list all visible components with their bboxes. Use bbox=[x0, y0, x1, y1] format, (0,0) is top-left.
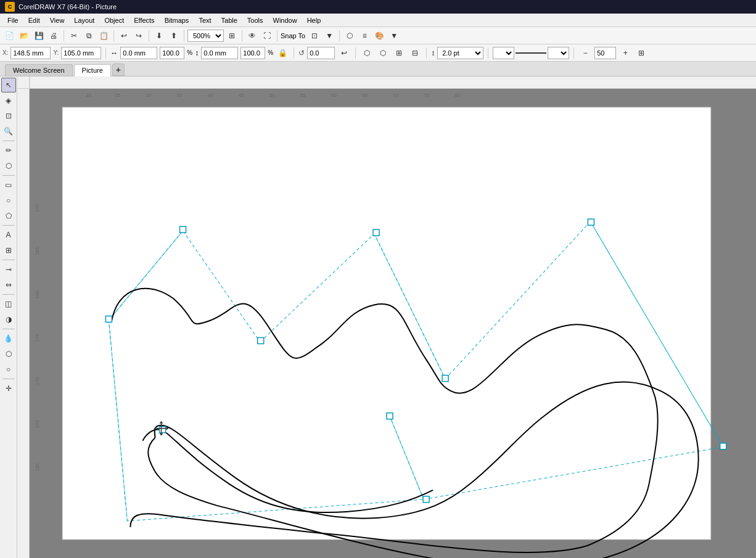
outline-tool-button[interactable]: ○ bbox=[1, 362, 16, 377]
rect-tool-button[interactable]: ▭ bbox=[1, 178, 16, 192]
print-button[interactable]: 🖨 bbox=[47, 29, 60, 43]
new-button[interactable]: 📄 bbox=[2, 29, 16, 43]
fill-tool-button[interactable]: ⬡ bbox=[1, 347, 16, 361]
menu-view[interactable]: View bbox=[45, 15, 70, 25]
shape-tool-button[interactable]: ◈ bbox=[1, 93, 16, 108]
zoom-select[interactable]: 500% 200% 100% 75% 50% bbox=[187, 30, 224, 42]
line-width-select[interactable]: 2.0 pt 0.5 pt 1.0 pt 3.0 pt bbox=[437, 47, 483, 59]
polygon-tool-button[interactable]: ⬠ bbox=[1, 208, 16, 223]
control-point bbox=[387, 413, 393, 419]
x-input[interactable] bbox=[10, 47, 51, 59]
ruler-vertical bbox=[17, 76, 30, 558]
angle-input[interactable] bbox=[307, 47, 335, 59]
transparency-button[interactable]: ◑ bbox=[1, 312, 16, 327]
node-options[interactable]: ⊞ bbox=[635, 46, 648, 60]
menu-table[interactable]: Table bbox=[216, 15, 242, 25]
menu-help[interactable]: Help bbox=[302, 15, 326, 25]
align-button[interactable]: ≡ bbox=[358, 29, 371, 43]
eyedropper-button[interactable]: 💧 bbox=[1, 331, 16, 346]
color-button[interactable]: 🎨 bbox=[372, 29, 386, 43]
table-tool-button[interactable]: ⊞ bbox=[1, 243, 16, 258]
text-tool-button[interactable]: A bbox=[1, 228, 16, 242]
crop-tool-button[interactable]: ⊡ bbox=[1, 109, 16, 123]
sep9 bbox=[294, 47, 294, 59]
sep11 bbox=[426, 47, 427, 59]
title-text: CorelDRAW X7 (64-Bit) - Picture bbox=[18, 3, 117, 10]
hand-tool-button[interactable]: ✛ bbox=[1, 381, 16, 396]
menu-file[interactable]: File bbox=[2, 15, 23, 25]
tool-sep5 bbox=[2, 294, 15, 295]
tool-sep6 bbox=[2, 329, 15, 329]
cut-button[interactable]: ✂ bbox=[67, 29, 81, 43]
y-input[interactable] bbox=[61, 47, 101, 59]
mirror-v-button[interactable]: ⬡ bbox=[376, 46, 390, 60]
mirror-h-button[interactable]: ⬡ bbox=[360, 46, 374, 60]
control-point bbox=[105, 316, 112, 322]
menu-layout[interactable]: Layout bbox=[69, 15, 99, 25]
sep8 bbox=[105, 47, 106, 59]
control-point bbox=[588, 219, 594, 225]
menu-edit[interactable]: Edit bbox=[23, 15, 45, 25]
tool-sep7 bbox=[2, 379, 15, 379]
effects-button[interactable]: ◫ bbox=[1, 297, 16, 311]
import-button[interactable]: ⬇ bbox=[152, 29, 166, 43]
node-count-input[interactable] bbox=[594, 47, 616, 59]
copy-button[interactable]: ⧉ bbox=[82, 29, 96, 43]
zoom-to-fit[interactable]: ⊞ bbox=[225, 29, 239, 43]
h-input[interactable] bbox=[201, 47, 238, 59]
canvas-area[interactable]: 20 25 30 35 40 45 50 55 60 65 70 75 80 1… bbox=[17, 76, 756, 558]
tool-sep4 bbox=[2, 260, 15, 260]
redo-button[interactable]: ↪ bbox=[132, 29, 146, 43]
snap-to-label: Snap To bbox=[281, 32, 305, 39]
node-count-decrease[interactable]: − bbox=[578, 46, 592, 60]
group-button[interactable]: ⊞ bbox=[392, 46, 406, 60]
snap-button[interactable]: ⊡ bbox=[308, 29, 321, 43]
menu-tools[interactable]: Tools bbox=[242, 15, 268, 25]
save-button[interactable]: 💾 bbox=[32, 29, 46, 43]
title-bar: C CorelDRAW X7 (64-Bit) - Picture bbox=[0, 0, 756, 14]
view-mode[interactable]: 👁 bbox=[245, 29, 259, 43]
drawing-canvas[interactable]: 20 25 30 35 40 45 50 55 60 65 70 75 80 1… bbox=[30, 89, 756, 558]
line-style-right[interactable] bbox=[548, 47, 569, 59]
full-screen[interactable]: ⛶ bbox=[260, 29, 274, 43]
smart-fill-button[interactable]: ⬡ bbox=[1, 158, 16, 173]
control-point bbox=[442, 375, 448, 382]
select-tool-button[interactable]: ↖ bbox=[1, 78, 16, 92]
menu-text[interactable]: Text bbox=[194, 15, 216, 25]
node-count-increase[interactable]: + bbox=[618, 46, 632, 60]
menu-effects[interactable]: Effects bbox=[129, 15, 159, 25]
svg-rect-2 bbox=[17, 76, 30, 558]
connector-button[interactable]: ⊸ bbox=[1, 262, 16, 277]
freehand-tool-button[interactable]: ✏ bbox=[1, 143, 16, 158]
svg-text:40: 40 bbox=[208, 92, 213, 98]
open-button[interactable]: 📂 bbox=[17, 29, 31, 43]
dimension-button[interactable]: ⇔ bbox=[1, 277, 16, 292]
tab-welcome[interactable]: Welcome Screen bbox=[5, 64, 73, 76]
svg-text:50: 50 bbox=[269, 92, 275, 98]
color-dropdown[interactable]: ▼ bbox=[387, 29, 401, 43]
app-logo: C bbox=[5, 2, 15, 12]
menu-window[interactable]: Window bbox=[268, 15, 302, 25]
w-pct-input[interactable] bbox=[160, 47, 184, 59]
svg-text:75: 75 bbox=[424, 92, 429, 98]
undo-button[interactable]: ↩ bbox=[117, 29, 131, 43]
menu-bitmaps[interactable]: Bitmaps bbox=[160, 15, 194, 25]
bitmap-button[interactable]: ⬡ bbox=[343, 29, 356, 43]
w-input[interactable] bbox=[120, 47, 157, 59]
ellipse-tool-button[interactable]: ○ bbox=[1, 193, 16, 208]
zoom-tool-button[interactable]: 🔍 bbox=[1, 124, 16, 139]
export-button[interactable]: ⬆ bbox=[167, 29, 181, 43]
add-tab-button[interactable]: + bbox=[112, 64, 125, 76]
ungroup-button[interactable]: ⊟ bbox=[408, 46, 422, 60]
line-style-left[interactable] bbox=[493, 47, 514, 59]
lock-ratio[interactable]: 🔒 bbox=[276, 46, 289, 60]
angle-apply[interactable]: ↩ bbox=[337, 46, 351, 60]
snap-options[interactable]: ▼ bbox=[323, 29, 336, 43]
paste-button[interactable]: 📋 bbox=[97, 29, 110, 43]
menu-object[interactable]: Object bbox=[99, 15, 129, 25]
svg-text:170: 170 bbox=[35, 377, 40, 385]
sep13 bbox=[573, 47, 574, 59]
svg-text:35: 35 bbox=[177, 92, 183, 98]
h-pct-input[interactable] bbox=[240, 47, 265, 59]
tab-picture[interactable]: Picture bbox=[74, 64, 111, 76]
